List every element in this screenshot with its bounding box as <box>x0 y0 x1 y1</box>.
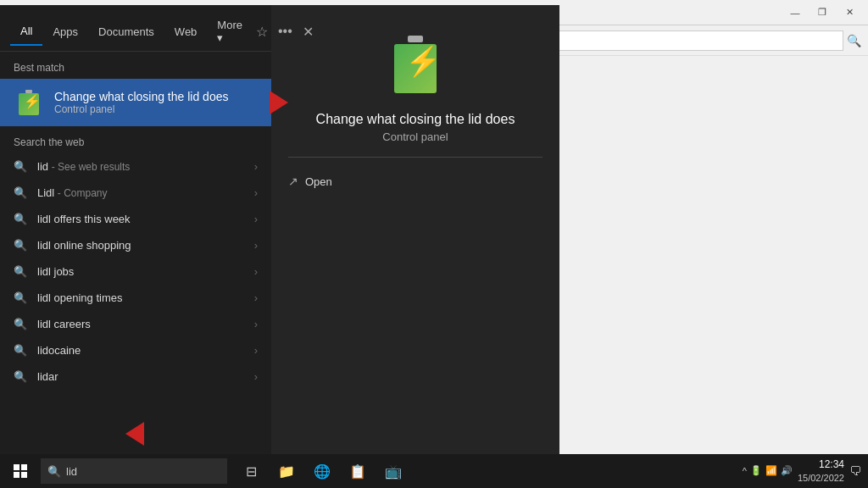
search-small-icon-8: 🔍 <box>14 370 27 383</box>
search-result-text-8: lidar <box>37 370 254 383</box>
red-arrow-indicator <box>270 91 288 114</box>
taskbar: 🔍 lid ⊟ 📁 🌐 📋 📺 ^ 🔋 📶 🔊 12:34 15/02/2022… <box>0 454 868 488</box>
best-match-title: Change what closing the lid does <box>54 90 258 103</box>
tabs-icons: ☆ ••• <box>253 20 296 43</box>
search-result-arrow-8: › <box>254 370 258 383</box>
result-open-action[interactable]: ↗ Open <box>288 171 542 191</box>
search-result-text-7: lidocaine <box>37 344 254 357</box>
taskbar-search[interactable]: 🔍 lid <box>41 458 227 484</box>
search-result-text-3: lidl online shopping <box>37 239 254 252</box>
search-result-lid[interactable]: 🔍 lid - See web results › <box>0 153 271 180</box>
windows-icon <box>14 464 27 478</box>
best-match-subtitle: Control panel <box>54 103 258 115</box>
search-small-icon-2: 🔍 <box>14 213 27 225</box>
maximize-button[interactable]: ❐ <box>810 5 834 20</box>
search-result-lidocaine[interactable]: 🔍 lidocaine › <box>0 337 271 363</box>
clock-time: 12:34 <box>798 458 844 472</box>
search-result-text-4: lidl jobs <box>37 265 254 278</box>
battery-icon: ⚡ <box>17 90 41 115</box>
search-result-arrow-2: › <box>254 213 258 225</box>
taskbar-icons: ⊟ 📁 🌐 📋 📺 <box>234 454 410 488</box>
search-result-lidl-jobs[interactable]: 🔍 lidl jobs › <box>0 258 271 285</box>
result-subtitle: Control panel <box>288 130 542 158</box>
search-right-panel: ⚡ Change what closing the lid does Contr… <box>271 5 559 454</box>
result-icon-large: ⚡ <box>381 30 449 98</box>
search-tabs: All Apps Documents Web More ▾ ☆ ••• ✕ <box>0 5 271 52</box>
search-small-icon-7: 🔍 <box>14 344 27 357</box>
battery-large-tip <box>408 36 423 42</box>
search-result-arrow-7: › <box>254 344 258 357</box>
search-result-arrow-0: › <box>254 160 258 173</box>
search-result-lidl-offers[interactable]: 🔍 lidl offers this week › <box>0 206 271 232</box>
best-match-text: Change what closing the lid does Control… <box>54 90 258 115</box>
search-small-icon-4: 🔍 <box>14 265 27 278</box>
search-left-panel: All Apps Documents Web More ▾ ☆ ••• ✕ Be… <box>0 5 271 454</box>
search-small-icon-1: 🔍 <box>14 186 27 199</box>
system-tray: ^ 🔋 📶 🔊 <box>743 465 793 476</box>
search-result-arrow-3: › <box>254 239 258 252</box>
best-match-label: Best match <box>0 52 271 79</box>
store-button[interactable]: 📋 <box>341 454 375 488</box>
task-view-button[interactable]: ⊟ <box>234 454 268 488</box>
best-match-icon: ⚡ <box>14 87 44 118</box>
open-icon: ↗ <box>288 175 298 188</box>
search-result-text-5: lidl opening times <box>37 291 254 304</box>
red-search-arrow-indicator <box>125 422 144 446</box>
tab-web[interactable]: Web <box>164 19 208 45</box>
battery-tray-icon[interactable]: 🔋 <box>750 465 762 476</box>
search-web-label: Search the web <box>0 126 271 153</box>
search-result-lidl-careers[interactable]: 🔍 lidl careers › <box>0 311 271 337</box>
start-button[interactable] <box>0 454 41 488</box>
search-small-icon-5: 🔍 <box>14 291 27 304</box>
address-search-icon[interactable]: 🔍 <box>847 34 861 47</box>
network-icon[interactable]: 📶 <box>765 465 777 476</box>
search-result-arrow-1: › <box>254 186 258 199</box>
search-result-lidl-online[interactable]: 🔍 lidl online shopping › <box>0 232 271 258</box>
search-result-text-0: lid - See web results <box>37 160 254 173</box>
search-small-icon-3: 🔍 <box>14 239 27 252</box>
battery-large-icon: ⚡ <box>392 36 439 93</box>
battery-large-lightning-icon: ⚡ <box>405 44 441 78</box>
tab-all[interactable]: All <box>10 18 42 46</box>
search-result-arrow-5: › <box>254 291 258 304</box>
search-result-lidar[interactable]: 🔍 lidar › <box>0 363 271 390</box>
taskbar-search-text: lid <box>66 465 77 478</box>
titlebar-controls: — ❐ ✕ <box>783 5 861 20</box>
search-result-text-1: Lidl - Company <box>37 186 254 199</box>
tab-apps[interactable]: Apps <box>42 19 88 45</box>
tab-more[interactable]: More ▾ <box>207 12 253 51</box>
best-match-item[interactable]: ⚡ Change what closing the lid does Contr… <box>0 79 271 126</box>
result-title: Change what closing the lid does <box>316 112 515 127</box>
close-button[interactable]: ✕ <box>837 5 861 20</box>
bookmark-icon[interactable]: ☆ <box>253 20 271 43</box>
browser-button[interactable]: 🌐 <box>305 454 339 488</box>
taskbar-right: ^ 🔋 📶 🔊 12:34 15/02/2022 🗨 <box>743 458 868 484</box>
result-action-label: Open <box>305 175 332 188</box>
search-result-text-2: lidl offers this week <box>37 213 254 225</box>
search-result-arrow-4: › <box>254 265 258 278</box>
more-icon[interactable]: ••• <box>275 20 296 43</box>
clock-date: 15/02/2022 <box>798 472 844 484</box>
app-button[interactable]: 📺 <box>376 454 410 488</box>
search-small-icon-6: 🔍 <box>14 318 27 330</box>
chevron-icon[interactable]: ^ <box>743 466 747 476</box>
file-explorer-button[interactable]: 📁 <box>270 454 303 488</box>
search-result-lidl[interactable]: 🔍 Lidl - Company › <box>0 180 271 206</box>
search-close-button[interactable]: ✕ <box>296 20 320 43</box>
volume-icon[interactable]: 🔊 <box>781 465 793 476</box>
notification-icon[interactable]: 🗨 <box>849 464 861 478</box>
battery-lightning-icon: ⚡ <box>24 93 41 109</box>
search-result-text-6: lidl careers <box>37 318 254 330</box>
search-popup: All Apps Documents Web More ▾ ☆ ••• ✕ Be… <box>0 5 559 454</box>
search-result-arrow-6: › <box>254 318 258 330</box>
system-clock[interactable]: 12:34 15/02/2022 <box>798 458 844 484</box>
search-small-icon-0: 🔍 <box>14 160 27 173</box>
tab-documents[interactable]: Documents <box>88 19 164 45</box>
minimize-button[interactable]: — <box>783 5 807 20</box>
taskbar-search-icon: 🔍 <box>47 465 61 478</box>
search-result-lidl-times[interactable]: 🔍 lidl opening times › <box>0 285 271 311</box>
